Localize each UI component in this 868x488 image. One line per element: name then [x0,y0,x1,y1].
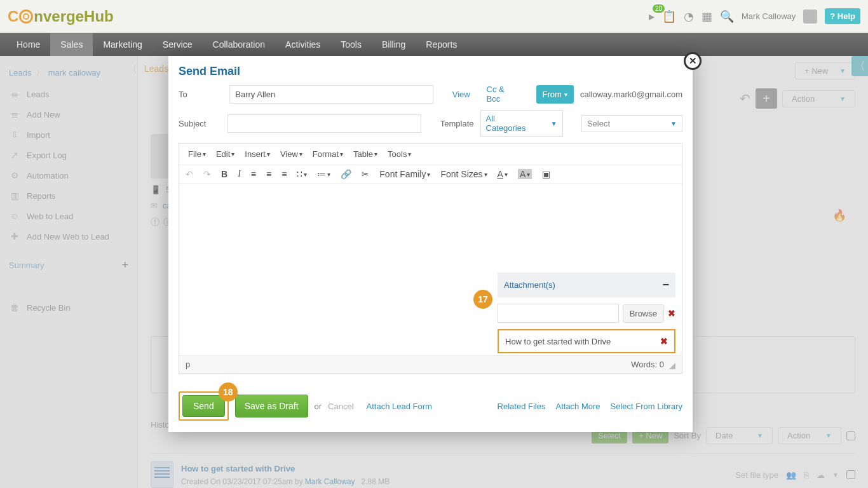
status-path: p [186,360,190,369]
align-center-icon[interactable]: ≡ [266,169,271,179]
nav-billing[interactable]: Billing [372,33,416,56]
send-highlight: 18 Send [179,391,229,421]
template-select-dropdown[interactable]: Select▼ [581,115,682,132]
editor-canvas[interactable]: Attachment(s) − 17 Browse ✖ How to get s… [179,184,682,355]
logo-rest: nvergeHub [34,8,113,25]
menu-table[interactable]: Table▾ [349,147,381,161]
attached-file-row: How to get started with Drive ✖ [498,329,675,353]
clock-icon[interactable]: ◔ [684,10,694,24]
avatar-icon[interactable] [803,10,817,24]
ccbcc-link[interactable]: Cc & Bcc [487,85,520,104]
close-icon[interactable]: ✕ [684,52,702,70]
tpl-cat-label: All Categories [486,114,532,133]
subject-input[interactable] [227,114,422,133]
modal-title: Send Email [168,56,693,85]
subject-label: Subject [179,119,221,128]
editor-toolbar: ↶ ↷ B I ≡ ≡ ≡ ∷ ▾ ≔ ▾ 🔗 ✂ Font Family ▾ … [179,165,682,184]
to-label: To [179,90,223,99]
send-email-modal: ✕ Send Email To View Cc & Bcc From▾ call… [168,56,693,432]
logo-c: C [8,8,18,25]
search-icon[interactable]: 🔍 [720,10,734,24]
undo-icon[interactable]: ↶ [186,169,193,179]
editor: File▾ Edit▾ Insert▾ View▾ Format▾ Table▾… [179,143,682,374]
from-button[interactable]: From▾ [536,85,574,104]
nav-home[interactable]: Home [6,33,50,56]
username[interactable]: Mark Calloway [742,11,796,21]
logo-gear-icon [19,10,33,24]
redo-icon[interactable]: ↷ [203,169,211,179]
unlink-icon[interactable]: ✂ [362,169,369,179]
select-from-library-link[interactable]: Select From Library [611,402,682,411]
chevron-down-icon: ▼ [670,120,677,127]
editor-menubar: File▾ Edit▾ Insert▾ View▾ Format▾ Table▾… [179,144,682,165]
notif-badge: 20 [653,4,665,13]
or-label: or [315,402,322,411]
attach-lead-form-link[interactable]: Attach Lead Form [367,402,432,411]
modal-footer: 18 Send Save as Draft or Cancel Attach L… [168,384,693,432]
attachment-panel: Attachment(s) − 17 Browse ✖ How to get s… [498,273,675,353]
remove-icon[interactable]: ✖ [660,336,668,346]
topbar: C nvergeHub ▸20 📋 ◔ ▦ 🔍 Mark Calloway ? … [0,0,868,33]
cancel-link[interactable]: Cancel [328,402,353,411]
nav-reports[interactable]: Reports [416,33,467,56]
editor-statusbar: p Words: 0 [179,355,682,373]
send-button[interactable]: Send [182,395,225,417]
template-label: Template [440,119,474,128]
minus-icon[interactable]: − [662,278,669,292]
topbar-icons: ▸20 📋 ◔ ▦ 🔍 Mark Calloway ? Help [649,8,860,24]
nav-activities[interactable]: Activities [275,33,330,56]
link-icon[interactable]: 🔗 [341,169,351,179]
browse-button[interactable]: Browse [623,304,664,323]
bullet-list-icon[interactable]: ∷ ▾ [297,169,307,179]
tpl-sel-label: Select [587,119,610,128]
clipboard-icon[interactable]: 📋 [662,10,676,24]
font-family-dropdown[interactable]: Font Family ▾ [379,169,430,179]
template-category-dropdown[interactable]: All Categories▼ [480,110,563,137]
save-draft-button[interactable]: Save as Draft [235,395,308,417]
highlight-icon[interactable]: A ▾ [518,169,532,179]
nav-service[interactable]: Service [153,33,203,56]
calendar-icon[interactable]: ▦ [702,10,712,24]
related-files-link[interactable]: Related Files [498,402,546,411]
flag-icon[interactable]: ▸20 [649,10,654,24]
word-count: Words: 0 [631,360,664,369]
bold-icon[interactable]: B [221,169,227,179]
attach-more-link[interactable]: Attach More [555,402,600,411]
nav-marketing[interactable]: Marketing [93,33,152,56]
logo[interactable]: C nvergeHub [8,8,114,25]
menu-file[interactable]: File▾ [184,147,210,161]
menu-edit[interactable]: Edit▾ [212,147,238,161]
from-email: calloway.mark0@gmail.com [580,90,682,99]
callout-17: 17 [473,290,492,309]
align-left-icon[interactable]: ≡ [251,169,256,179]
from-label: From [543,90,562,99]
nav-sales[interactable]: Sales [50,33,93,56]
attached-file-name: How to get started with Drive [505,337,611,346]
nav-collaboration[interactable]: Collaboration [203,33,276,56]
menu-insert[interactable]: Insert▾ [241,147,274,161]
nav-tools[interactable]: Tools [330,33,372,56]
resize-handle-icon[interactable] [669,363,675,369]
remove-icon[interactable]: ✖ [668,308,675,318]
view-link[interactable]: View [452,90,470,99]
chevron-down-icon: ▾ [564,91,567,98]
menu-view[interactable]: View▾ [276,147,306,161]
attachment-header[interactable]: Attachment(s) − [498,273,675,297]
align-right-icon[interactable]: ≡ [281,169,287,179]
menu-tools[interactable]: Tools▾ [384,147,415,161]
callout-18: 18 [219,383,238,402]
to-input[interactable] [229,85,433,104]
menu-format[interactable]: Format▾ [309,147,347,161]
navbar: Home Sales Marketing Service Collaborati… [0,33,868,56]
attach-head-label: Attachment(s) [504,280,555,290]
italic-icon[interactable]: I [238,169,241,179]
number-list-icon[interactable]: ≔ ▾ [317,169,330,179]
chevron-down-icon: ▼ [551,120,557,127]
attachment-path-input[interactable] [498,304,619,323]
image-icon[interactable]: ▣ [542,169,550,179]
font-sizes-dropdown[interactable]: Font Sizes ▾ [440,169,487,179]
text-color-icon[interactable]: A ▾ [498,169,508,179]
help-button[interactable]: ? Help [825,8,860,24]
